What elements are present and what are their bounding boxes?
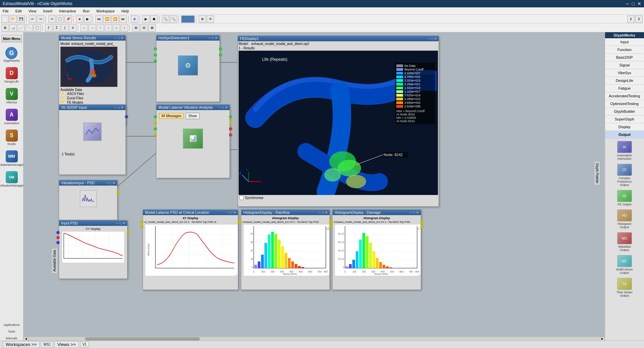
lalanne-out-2[interactable]: [229, 121, 232, 125]
maximize-button[interactable]: □: [632, 1, 635, 6]
psd-port-blue-2[interactable]: [56, 241, 60, 244]
menu-view[interactable]: View: [27, 8, 38, 14]
rp-item-output[interactable]: Output: [605, 131, 644, 139]
lalanne-port-1[interactable]: [154, 115, 157, 118]
rp-item-fatigue[interactable]: Fatigue: [605, 85, 644, 92]
fw-modal-stress-title[interactable]: Modal Stress Results ─ □ ✕: [59, 35, 126, 41]
fw-lalanne-title[interactable]: Modal Lalanne Vibration Analysis ─ □ ✕: [156, 105, 230, 110]
tb-rec[interactable]: ⏺: [150, 15, 158, 23]
output-item-fe[interactable]: FE FE Output: [616, 189, 633, 207]
vibration-max-btn[interactable]: □: [109, 181, 111, 185]
port-green-1[interactable]: [154, 47, 157, 51]
input-psd-close[interactable]: ✕: [122, 221, 125, 225]
fw-maximize-btn[interactable]: ✕: [121, 36, 123, 40]
output-item-metadata[interactable]: MO MetadataOutput: [616, 231, 633, 253]
fe-close-btn[interactable]: ✕: [434, 37, 437, 41]
lalanne-messages-btn[interactable]: 84 Messages: [159, 113, 184, 119]
tb2-arrow2[interactable]: →: [89, 24, 96, 32]
damage-close[interactable]: ✕: [416, 211, 419, 214]
scrollbar-thumb[interactable]: [85, 337, 200, 341]
rainflow-max[interactable]: □: [322, 211, 324, 214]
menu-insert[interactable]: Insert: [42, 8, 54, 14]
vb-max-btn[interactable]: □: [118, 106, 120, 109]
rainflow-min[interactable]: ─: [318, 211, 321, 214]
fw-hotspot-title[interactable]: HotSpotDetection1 ─ □ ✕: [156, 35, 219, 41]
tb-play[interactable]: ▶: [142, 15, 150, 23]
rp-item-superglyph[interactable]: SuperGlyph: [605, 115, 644, 123]
menu-file[interactable]: File: [1, 8, 10, 14]
vibration-close-btn[interactable]: ✕: [112, 181, 115, 185]
menu-run[interactable]: Run: [82, 8, 91, 14]
fw-input-psd-title[interactable]: Input PSD ─ □ ✕: [59, 220, 127, 226]
damage-port-1[interactable]: [330, 220, 333, 223]
sidebar-item-vibesys[interactable]: V VibeSys: [4, 87, 19, 105]
port-green-3[interactable]: [154, 59, 157, 63]
tb2-arrow6[interactable]: ↕: [121, 24, 128, 32]
views-btn[interactable]: Views >>: [54, 341, 79, 348]
psd-port-red[interactable]: [56, 236, 60, 239]
tree-item-ascii[interactable]: 📁 ASCII Files: [60, 92, 124, 96]
psd-out-yellow[interactable]: [127, 231, 130, 234]
fw-damage-title[interactable]: HistogramDisplay - Damage ─ □ ✕: [333, 210, 421, 215]
sidebar-item-automation[interactable]: A Automation: [3, 107, 21, 126]
fw-fe-title[interactable]: FEDisplay1 ─ □ ✕: [238, 36, 439, 41]
fe-min-btn[interactable]: ─: [428, 37, 430, 41]
input-psd-max[interactable]: □: [119, 221, 121, 225]
lalanne-psd-close[interactable]: ✕: [233, 211, 236, 214]
tb-copy[interactable]: 📋: [56, 15, 64, 23]
tb2-view2[interactable]: ⊟: [140, 24, 148, 32]
minimize-button[interactable]: ─: [626, 1, 629, 6]
lalanne-max-btn[interactable]: □: [222, 106, 224, 109]
vb-close-btn[interactable]: ✕: [121, 106, 123, 109]
rp-item-vibesys[interactable]: VibeSys: [605, 69, 644, 77]
lalanne-psd-min[interactable]: ─: [227, 211, 229, 214]
lalanne-min-btn[interactable]: ─: [218, 106, 221, 109]
rainflow-port-1[interactable]: [239, 220, 242, 223]
rp-item-glyphbuilder[interactable]: GlyphBuilder: [605, 108, 644, 115]
menu-workspace[interactable]: Workspace: [95, 8, 116, 14]
tb2-arrow1[interactable]: ←: [81, 24, 88, 32]
output-item-multicolumn[interactable]: MC MultiColumnOutput: [615, 254, 634, 276]
sidebar-item-glyphworks[interactable]: G GlyphWorks: [2, 46, 21, 64]
output-item-complex[interactable]: CF ComplexFrequencyOutput: [616, 163, 633, 188]
rp-item-optimized[interactable]: OptimizedTesting: [605, 100, 644, 108]
lalanne-out-1[interactable]: [229, 115, 232, 118]
rainflow-out-2[interactable]: [329, 225, 332, 229]
sidebar-item-vibration-manager[interactable]: VM VibrationManager: [0, 170, 25, 189]
damage-out-2[interactable]: [420, 225, 424, 229]
tb-zoom-out[interactable]: 🔍: [170, 15, 177, 23]
tb-zoom-fit[interactable]: ⊕: [199, 15, 206, 23]
vb-port-blue[interactable]: [125, 115, 128, 118]
hotspot-close-btn[interactable]: ✕: [215, 36, 217, 40]
lalanne-out-4[interactable]: [229, 133, 232, 137]
lalanne-psd-max[interactable]: □: [230, 211, 232, 214]
workspaces-btn[interactable]: Workspaces >>: [3, 341, 40, 348]
hotspot-min-btn[interactable]: ─: [208, 36, 211, 40]
sidebar-applications[interactable]: Applications: [3, 322, 20, 327]
damage-out-1[interactable]: [420, 220, 424, 223]
window-controls[interactable]: ─ □ ✕: [626, 1, 641, 6]
tb-zoom-in[interactable]: 🔍: [162, 15, 169, 23]
sidebar-item-designlife[interactable]: D DesignLife: [3, 66, 20, 85]
fw-vb-sdisp-title[interactable]: Vb SDISP Input ─ □ ✕: [59, 105, 126, 110]
scroll-right-btn[interactable]: ▶: [600, 337, 605, 341]
output-item-histogram[interactable]: HO HistogramOutput: [616, 208, 633, 230]
fw-close-btn[interactable]: □: [118, 36, 120, 40]
tb2-arrow3[interactable]: ↑: [97, 24, 104, 32]
tb2-chart1[interactable]: 📊: [9, 24, 17, 32]
output-item-timeseries[interactable]: TS Time SeriesOutput: [615, 277, 634, 298]
glyph-palette-tab[interactable]: Glyph Palette: [594, 161, 600, 185]
lalanne-port-2[interactable]: [154, 121, 157, 125]
main-menu-button[interactable]: Main Menu: [2, 35, 22, 42]
tb-save[interactable]: 💾: [17, 15, 25, 23]
rp-item-designlife[interactable]: DesignLife: [605, 77, 644, 85]
lalanne-port-4[interactable]: [154, 133, 157, 137]
lalanne-show-btn[interactable]: Show: [186, 113, 199, 119]
available-data-tab[interactable]: Available Data: [51, 248, 58, 274]
tb2-fn3[interactable]: ∫: [61, 24, 68, 32]
tb2-chart4[interactable]: 📋: [34, 24, 41, 32]
fe-max-btn[interactable]: □: [431, 37, 433, 41]
sidebar-item-studio[interactable]: S Studio: [4, 128, 19, 147]
h-scrollbar[interactable]: ◀ ▶: [23, 337, 605, 341]
vibration-min-btn[interactable]: ─: [106, 181, 108, 185]
